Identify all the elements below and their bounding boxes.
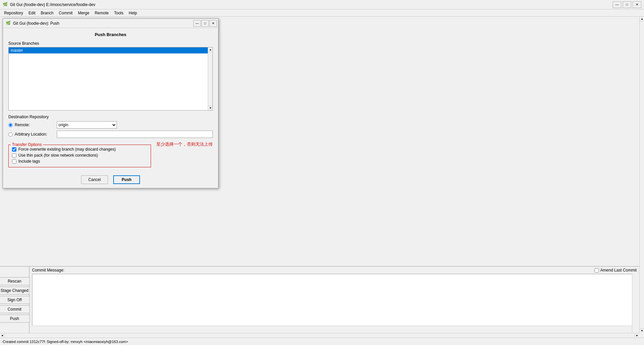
dialog-controls: — □ ✕ [193,20,217,27]
thin-pack-checkbox[interactable] [12,153,16,158]
dest-repo-label: Destination Repository [8,115,213,119]
destination-repo-section: Destination Repository Remote: origin Ar… [8,115,213,138]
push-dialog-button[interactable]: Push [113,175,140,184]
source-branches-label: Source Branches [8,41,213,46]
include-tags-checkbox[interactable] [12,159,16,164]
source-list-items: master [9,47,212,53]
warning-text: 至少选择一个，否则无法上传 [156,141,213,147]
force-overwrite-checkbox[interactable] [12,147,16,152]
force-overwrite-label: Force overwrite existing branch (may dis… [18,147,116,152]
thin-pack-row: Use thin pack (for slow network connecti… [12,153,147,158]
cancel-button[interactable]: Cancel [81,175,108,184]
dialog-body: Push Branches Source Branches master ▲ ▼… [3,28,218,171]
dialog-overlay: 🌿 Git Gui (foodie-dev): Push — □ ✕ Push … [0,0,644,345]
source-scroll-up[interactable]: ▲ [208,47,213,52]
arbitrary-label: Arbitrary Location: [15,132,55,137]
dialog-heading: Push Branches [8,32,213,37]
transfer-options-box: Transfer Options Force overwrite existin… [8,145,151,167]
dialog-close-button[interactable]: ✕ [209,20,217,27]
dialog-titlebar: 🌿 Git Gui (foodie-dev): Push — □ ✕ [3,19,218,28]
source-branches-list: master ▲ ▼ [8,47,213,111]
include-tags-row: Include tags [12,159,147,164]
thin-pack-label: Use thin pack (for slow network connecti… [18,153,98,158]
remote-label: Remote: [15,123,55,127]
dialog-minimize-button[interactable]: — [193,20,201,27]
transfer-options-row: Transfer Options Force overwrite existin… [8,141,213,167]
source-list-scrollbar: ▲ ▼ [208,47,212,110]
remote-select[interactable]: origin [57,121,117,129]
include-tags-label: Include tags [18,159,40,164]
arbitrary-row: Arbitrary Location: [8,131,213,138]
arbitrary-input[interactable] [57,131,213,138]
arbitrary-radio[interactable] [8,132,13,137]
remote-radio[interactable] [8,123,13,127]
push-dialog: 🌿 Git Gui (foodie-dev): Push — □ ✕ Push … [3,18,218,188]
remote-row: Remote: origin [8,121,213,129]
dialog-maximize-button[interactable]: □ [201,20,209,27]
source-scroll-down[interactable]: ▼ [208,106,213,110]
force-overwrite-row: Force overwrite existing branch (may dis… [12,147,147,152]
dialog-title: Git Gui (foodie-dev): Push [13,21,59,26]
dialog-footer: Cancel Push [3,171,218,188]
transfer-options-legend: Transfer Options [11,142,43,147]
source-scroll-track [208,52,212,106]
dialog-app-icon: 🌿 [6,21,11,26]
source-list-item-master[interactable]: master [9,47,208,53]
